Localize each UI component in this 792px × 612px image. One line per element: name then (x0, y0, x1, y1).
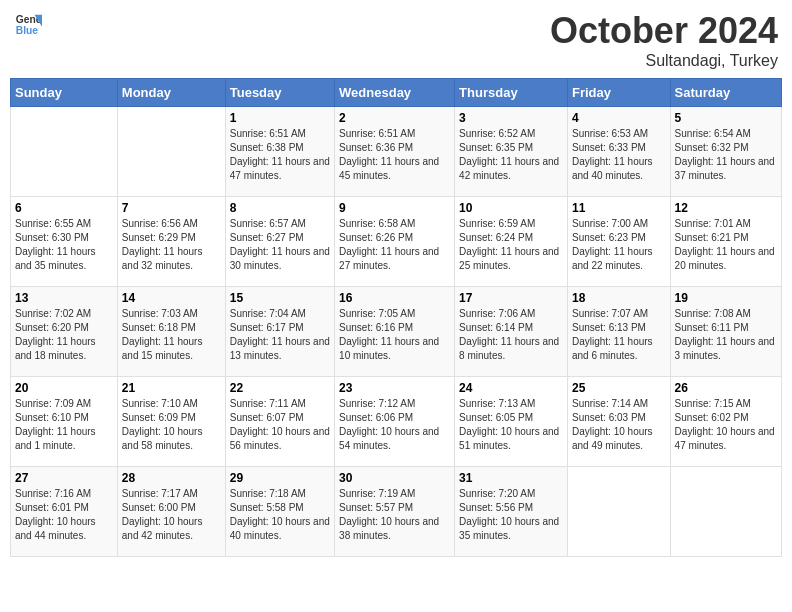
calendar-week-row: 1 Sunrise: 6:51 AMSunset: 6:38 PMDayligh… (11, 107, 782, 197)
day-number: 21 (122, 381, 221, 395)
table-row: 8 Sunrise: 6:57 AMSunset: 6:27 PMDayligh… (225, 197, 334, 287)
day-number: 3 (459, 111, 563, 125)
logo: General Blue (14, 10, 42, 38)
day-info: Sunrise: 7:00 AMSunset: 6:23 PMDaylight:… (572, 217, 666, 273)
table-row: 20 Sunrise: 7:09 AMSunset: 6:10 PMDaylig… (11, 377, 118, 467)
day-number: 18 (572, 291, 666, 305)
day-number: 10 (459, 201, 563, 215)
day-info: Sunrise: 6:55 AMSunset: 6:30 PMDaylight:… (15, 217, 113, 273)
day-info: Sunrise: 6:53 AMSunset: 6:33 PMDaylight:… (572, 127, 666, 183)
day-info: Sunrise: 7:06 AMSunset: 6:14 PMDaylight:… (459, 307, 563, 363)
header-monday: Monday (117, 79, 225, 107)
table-row (117, 107, 225, 197)
day-info: Sunrise: 7:10 AMSunset: 6:09 PMDaylight:… (122, 397, 221, 453)
calendar-week-row: 27 Sunrise: 7:16 AMSunset: 6:01 PMDaylig… (11, 467, 782, 557)
day-number: 22 (230, 381, 330, 395)
table-row: 17 Sunrise: 7:06 AMSunset: 6:14 PMDaylig… (455, 287, 568, 377)
day-info: Sunrise: 6:54 AMSunset: 6:32 PMDaylight:… (675, 127, 777, 183)
day-info: Sunrise: 6:51 AMSunset: 6:36 PMDaylight:… (339, 127, 450, 183)
day-info: Sunrise: 7:20 AMSunset: 5:56 PMDaylight:… (459, 487, 563, 543)
day-info: Sunrise: 7:18 AMSunset: 5:58 PMDaylight:… (230, 487, 330, 543)
day-number: 23 (339, 381, 450, 395)
header-friday: Friday (567, 79, 670, 107)
day-info: Sunrise: 6:57 AMSunset: 6:27 PMDaylight:… (230, 217, 330, 273)
day-info: Sunrise: 7:08 AMSunset: 6:11 PMDaylight:… (675, 307, 777, 363)
day-number: 17 (459, 291, 563, 305)
table-row: 31 Sunrise: 7:20 AMSunset: 5:56 PMDaylig… (455, 467, 568, 557)
header-wednesday: Wednesday (335, 79, 455, 107)
title-month: October 2024 (550, 10, 778, 52)
table-row: 18 Sunrise: 7:07 AMSunset: 6:13 PMDaylig… (567, 287, 670, 377)
calendar-week-row: 13 Sunrise: 7:02 AMSunset: 6:20 PMDaylig… (11, 287, 782, 377)
table-row (11, 107, 118, 197)
table-row: 6 Sunrise: 6:55 AMSunset: 6:30 PMDayligh… (11, 197, 118, 287)
day-number: 14 (122, 291, 221, 305)
day-info: Sunrise: 6:58 AMSunset: 6:26 PMDaylight:… (339, 217, 450, 273)
day-info: Sunrise: 7:09 AMSunset: 6:10 PMDaylight:… (15, 397, 113, 453)
table-row: 13 Sunrise: 7:02 AMSunset: 6:20 PMDaylig… (11, 287, 118, 377)
header-sunday: Sunday (11, 79, 118, 107)
day-number: 31 (459, 471, 563, 485)
day-number: 7 (122, 201, 221, 215)
day-number: 12 (675, 201, 777, 215)
calendar-header-row: Sunday Monday Tuesday Wednesday Thursday… (11, 79, 782, 107)
day-info: Sunrise: 7:17 AMSunset: 6:00 PMDaylight:… (122, 487, 221, 543)
table-row: 26 Sunrise: 7:15 AMSunset: 6:02 PMDaylig… (670, 377, 781, 467)
table-row: 23 Sunrise: 7:12 AMSunset: 6:06 PMDaylig… (335, 377, 455, 467)
table-row: 9 Sunrise: 6:58 AMSunset: 6:26 PMDayligh… (335, 197, 455, 287)
table-row: 28 Sunrise: 7:17 AMSunset: 6:00 PMDaylig… (117, 467, 225, 557)
day-number: 16 (339, 291, 450, 305)
title-block: October 2024 Sultandagi, Turkey (550, 10, 778, 70)
logo-icon: General Blue (14, 10, 42, 38)
day-number: 29 (230, 471, 330, 485)
header-thursday: Thursday (455, 79, 568, 107)
table-row: 16 Sunrise: 7:05 AMSunset: 6:16 PMDaylig… (335, 287, 455, 377)
table-row: 1 Sunrise: 6:51 AMSunset: 6:38 PMDayligh… (225, 107, 334, 197)
day-info: Sunrise: 7:02 AMSunset: 6:20 PMDaylight:… (15, 307, 113, 363)
table-row: 3 Sunrise: 6:52 AMSunset: 6:35 PMDayligh… (455, 107, 568, 197)
day-info: Sunrise: 7:07 AMSunset: 6:13 PMDaylight:… (572, 307, 666, 363)
day-info: Sunrise: 7:14 AMSunset: 6:03 PMDaylight:… (572, 397, 666, 453)
table-row: 27 Sunrise: 7:16 AMSunset: 6:01 PMDaylig… (11, 467, 118, 557)
day-number: 2 (339, 111, 450, 125)
day-number: 24 (459, 381, 563, 395)
day-number: 1 (230, 111, 330, 125)
day-number: 30 (339, 471, 450, 485)
table-row: 19 Sunrise: 7:08 AMSunset: 6:11 PMDaylig… (670, 287, 781, 377)
day-info: Sunrise: 6:59 AMSunset: 6:24 PMDaylight:… (459, 217, 563, 273)
calendar-week-row: 6 Sunrise: 6:55 AMSunset: 6:30 PMDayligh… (11, 197, 782, 287)
day-info: Sunrise: 7:12 AMSunset: 6:06 PMDaylight:… (339, 397, 450, 453)
table-row: 15 Sunrise: 7:04 AMSunset: 6:17 PMDaylig… (225, 287, 334, 377)
title-location: Sultandagi, Turkey (550, 52, 778, 70)
day-number: 20 (15, 381, 113, 395)
header-saturday: Saturday (670, 79, 781, 107)
table-row (567, 467, 670, 557)
day-number: 28 (122, 471, 221, 485)
header-tuesday: Tuesday (225, 79, 334, 107)
day-number: 5 (675, 111, 777, 125)
table-row: 4 Sunrise: 6:53 AMSunset: 6:33 PMDayligh… (567, 107, 670, 197)
table-row: 11 Sunrise: 7:00 AMSunset: 6:23 PMDaylig… (567, 197, 670, 287)
day-number: 26 (675, 381, 777, 395)
day-number: 25 (572, 381, 666, 395)
day-number: 4 (572, 111, 666, 125)
table-row: 24 Sunrise: 7:13 AMSunset: 6:05 PMDaylig… (455, 377, 568, 467)
day-number: 9 (339, 201, 450, 215)
svg-text:Blue: Blue (16, 25, 39, 36)
day-number: 13 (15, 291, 113, 305)
table-row: 22 Sunrise: 7:11 AMSunset: 6:07 PMDaylig… (225, 377, 334, 467)
table-row: 5 Sunrise: 6:54 AMSunset: 6:32 PMDayligh… (670, 107, 781, 197)
table-row: 25 Sunrise: 7:14 AMSunset: 6:03 PMDaylig… (567, 377, 670, 467)
day-number: 15 (230, 291, 330, 305)
table-row (670, 467, 781, 557)
day-number: 8 (230, 201, 330, 215)
day-info: Sunrise: 7:05 AMSunset: 6:16 PMDaylight:… (339, 307, 450, 363)
table-row: 30 Sunrise: 7:19 AMSunset: 5:57 PMDaylig… (335, 467, 455, 557)
day-info: Sunrise: 6:56 AMSunset: 6:29 PMDaylight:… (122, 217, 221, 273)
table-row: 21 Sunrise: 7:10 AMSunset: 6:09 PMDaylig… (117, 377, 225, 467)
day-info: Sunrise: 7:16 AMSunset: 6:01 PMDaylight:… (15, 487, 113, 543)
day-number: 19 (675, 291, 777, 305)
table-row: 10 Sunrise: 6:59 AMSunset: 6:24 PMDaylig… (455, 197, 568, 287)
calendar-week-row: 20 Sunrise: 7:09 AMSunset: 6:10 PMDaylig… (11, 377, 782, 467)
day-number: 27 (15, 471, 113, 485)
